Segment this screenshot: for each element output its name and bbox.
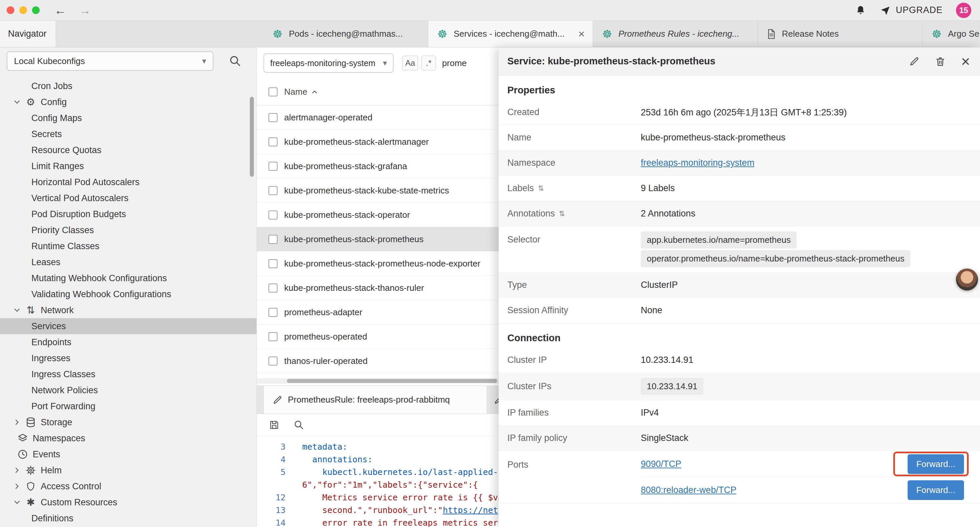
notifications-bell-icon[interactable] xyxy=(855,5,866,16)
regex-toggle[interactable]: .* xyxy=(421,56,436,70)
sidebar-item-storage[interactable]: Storage xyxy=(0,414,256,430)
sidebar-item-validating-webhook-configurations[interactable]: Validating Webhook Configurations xyxy=(0,286,256,302)
row-checkbox[interactable] xyxy=(269,259,277,268)
close-icon[interactable]: × xyxy=(961,54,970,69)
row-checkbox[interactable] xyxy=(269,283,277,293)
notification-count-badge[interactable]: 15 xyxy=(956,3,971,18)
editor-search-icon[interactable] xyxy=(294,420,304,430)
sidebar-item-custom-resources[interactable]: ✱Custom Resources xyxy=(0,494,256,510)
sidebar-item-label: Custom Resources xyxy=(41,497,118,508)
save-icon[interactable] xyxy=(269,420,280,430)
code-token: Metrics service error rate is {{ $va xyxy=(302,493,503,502)
user-avatar[interactable] xyxy=(956,269,978,291)
row-checkbox[interactable] xyxy=(269,357,277,366)
row-checkbox[interactable] xyxy=(269,137,277,146)
window-minimize-button[interactable] xyxy=(19,6,27,14)
row-checkbox[interactable] xyxy=(269,113,277,122)
sidebar-item-events[interactable]: Events xyxy=(0,446,256,462)
row-checkbox[interactable] xyxy=(269,186,277,195)
sidebar-item-ingresses[interactable]: Ingresses xyxy=(0,350,256,366)
value-badge: 10.233.14.91 xyxy=(641,378,703,395)
namespace-selector[interactable]: freeleaps-monitoring-system ▾ xyxy=(264,53,394,73)
forward-button[interactable]: → xyxy=(79,4,91,16)
sidebar-item-config-maps[interactable]: Config Maps xyxy=(0,110,256,126)
port-link[interactable]: 8080:reloader-web/TCP xyxy=(641,485,737,495)
sidebar-search-icon[interactable] xyxy=(229,55,242,67)
sidebar-item-limit-ranges[interactable]: Limit Ranges xyxy=(0,158,256,174)
upgrade-button[interactable]: UPGRADE xyxy=(880,5,943,16)
forward-button[interactable]: Forward... xyxy=(908,480,964,500)
chevron-right-icon[interactable] xyxy=(13,482,21,490)
tab-release-notes[interactable]: Release Notes xyxy=(758,21,923,47)
navigator-panel-tab[interactable]: Navigator xyxy=(0,21,56,47)
row-name: kube-prometheus-stack-operator xyxy=(284,210,410,220)
sidebar-item-access-control[interactable]: Access Control xyxy=(0,478,256,494)
tab-argo-se[interactable]: ☸Argo Se xyxy=(923,21,980,47)
sidebar-item-endpoints[interactable]: Endpoints xyxy=(0,334,256,350)
port-link[interactable]: 9090/TCP xyxy=(641,459,681,469)
window-close-button[interactable] xyxy=(7,6,14,14)
horizontal-scrollbar-thumb[interactable] xyxy=(287,379,497,383)
chevron-down-icon[interactable] xyxy=(13,98,21,107)
sidebar-item-namespaces[interactable]: Namespaces xyxy=(0,430,256,446)
chevron-down-icon[interactable] xyxy=(13,498,21,507)
sidebar-item-leases[interactable]: Leases xyxy=(0,254,256,270)
tab-prometheus-rules-icecheng[interactable]: ☸Prometheus Rules - icecheng... xyxy=(593,21,758,47)
sidebar-item-horizontal-pod-autoscalers[interactable]: Horizontal Pod Autoscalers xyxy=(0,174,256,190)
drawer-body: PropertiesCreated253d 16h 6m ago (2025年1… xyxy=(499,75,980,527)
match-case-toggle[interactable]: Aa xyxy=(402,56,418,70)
sidebar-item-ingress-classes[interactable]: Ingress Classes xyxy=(0,366,256,382)
detail-value-text: IPv4 xyxy=(641,408,659,417)
detail-label-text: Cluster IP xyxy=(508,355,547,365)
sidebar-item-network-policies[interactable]: Network Policies xyxy=(0,382,256,398)
sidebar-item-network[interactable]: ⇅Network xyxy=(0,302,256,318)
detail-label-text: Name xyxy=(508,132,531,143)
sidebar-item-vertical-pod-autoscalers[interactable]: Vertical Pod Autoscalers xyxy=(0,190,256,206)
chevron-right-icon[interactable] xyxy=(13,466,21,474)
chevron-right-icon[interactable] xyxy=(13,418,21,427)
tab-close-icon[interactable]: × xyxy=(578,27,585,40)
delete-icon[interactable] xyxy=(935,56,946,67)
sidebar-item-mutating-webhook-configurations[interactable]: Mutating Webhook Configurations xyxy=(0,270,256,286)
namespace-link[interactable]: freeleaps-monitoring-system xyxy=(641,158,754,168)
sidebar-item-resource-quotas[interactable]: Resource Quotas xyxy=(0,142,256,158)
sort-toggle-icon[interactable]: ⇅ xyxy=(538,185,544,192)
row-name: kube-prometheus-stack-alertmanager xyxy=(284,137,429,147)
sidebar-item-port-forwarding[interactable]: Port Forwarding xyxy=(0,398,256,414)
row-checkbox[interactable] xyxy=(269,332,277,341)
sidebar-item-helm[interactable]: Helm xyxy=(0,462,256,478)
line-content: metadata: xyxy=(294,441,347,453)
sidebar-item-secrets[interactable]: Secrets xyxy=(0,126,256,142)
sidebar-item-definitions[interactable]: Definitions xyxy=(0,510,256,526)
kubeconfig-selector[interactable]: Local Kubeconfigs ▾ xyxy=(7,51,213,71)
dock-tab-prometheusrule[interactable]: PrometheusRule: freeleaps-prod-rabbitmq xyxy=(264,386,487,414)
sidebar-item-runtime-classes[interactable]: Runtime Classes xyxy=(0,238,256,254)
chevron-down-icon: ▾ xyxy=(383,58,387,68)
asterisk-icon: ✱ xyxy=(25,497,36,508)
layers-icon xyxy=(18,433,28,444)
column-header-name[interactable]: Name xyxy=(284,87,307,97)
row-checkbox[interactable] xyxy=(269,235,277,244)
forward-button[interactable]: Forward... xyxy=(908,454,964,474)
edit-icon[interactable] xyxy=(909,56,920,67)
tab-pods-icecheng-mathmas[interactable]: ☸Pods - icecheng@mathmas... xyxy=(264,21,428,47)
select-all-checkbox[interactable] xyxy=(269,88,277,96)
sidebar-scrollbar-thumb[interactable] xyxy=(250,97,254,177)
row-checkbox[interactable] xyxy=(269,162,277,171)
sort-toggle-icon[interactable]: ⇅ xyxy=(559,210,565,218)
detail-row-namespace: Namespacefreeleaps-monitoring-system xyxy=(499,150,980,176)
window-zoom-button[interactable] xyxy=(32,6,40,14)
row-checkbox[interactable] xyxy=(269,308,277,317)
chevron-down-icon[interactable] xyxy=(13,306,21,315)
badge-stack: 10.233.14.91 xyxy=(641,378,971,395)
sidebar-item-pod-disruption-budgets[interactable]: Pod Disruption Budgets xyxy=(0,206,256,222)
tab-services-icecheng-math[interactable]: ☸Services - icecheng@math...× xyxy=(428,21,593,47)
sidebar-item-label: Port Forwarding xyxy=(31,401,95,412)
back-button[interactable]: ← xyxy=(54,4,66,16)
sidebar-item-services[interactable]: Services xyxy=(0,318,256,334)
row-checkbox[interactable] xyxy=(269,210,277,220)
sidebar-item-cron-jobs[interactable]: Cron Jobs xyxy=(0,78,256,94)
sidebar-item-config[interactable]: ⚙Config xyxy=(0,94,256,110)
sidebar-item-priority-classes[interactable]: Priority Classes xyxy=(0,222,256,238)
detail-label: Namespace xyxy=(508,158,641,168)
